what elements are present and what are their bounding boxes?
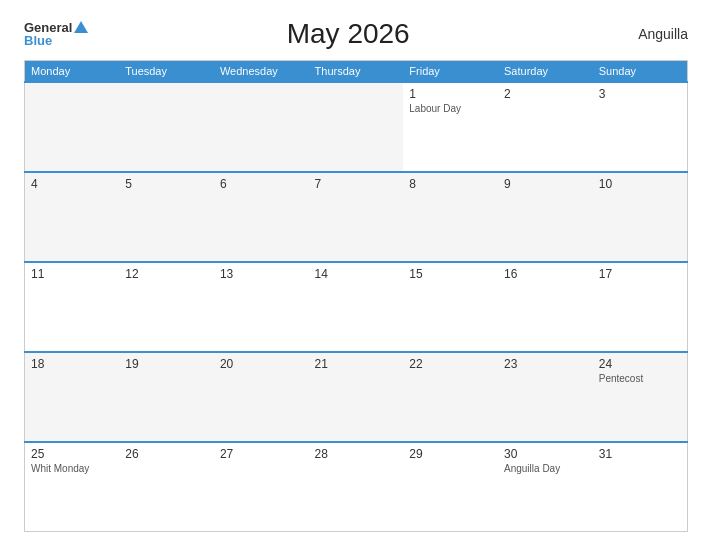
calendar-cell: 3 xyxy=(593,82,688,172)
day-number: 18 xyxy=(31,357,113,371)
day-number: 16 xyxy=(504,267,587,281)
calendar-cell: 18 xyxy=(25,352,120,442)
week-row-3: 11121314151617 xyxy=(25,262,688,352)
day-number: 4 xyxy=(31,177,113,191)
day-event-label: Labour Day xyxy=(409,103,492,114)
calendar-cell: 8 xyxy=(403,172,498,262)
day-number: 6 xyxy=(220,177,303,191)
calendar-cell: 15 xyxy=(403,262,498,352)
calendar-table: MondayTuesdayWednesdayThursdayFridaySatu… xyxy=(24,60,688,532)
calendar-cell: 4 xyxy=(25,172,120,262)
calendar-cell: 14 xyxy=(309,262,404,352)
day-header-tuesday: Tuesday xyxy=(119,61,214,83)
calendar-cell: 7 xyxy=(309,172,404,262)
logo: General Blue xyxy=(24,21,88,47)
calendar-cell: 30Anguilla Day xyxy=(498,442,593,532)
calendar-cell: 6 xyxy=(214,172,309,262)
day-number: 21 xyxy=(315,357,398,371)
day-header-friday: Friday xyxy=(403,61,498,83)
calendar-cell: 17 xyxy=(593,262,688,352)
day-header-monday: Monday xyxy=(25,61,120,83)
calendar-cell xyxy=(309,82,404,172)
calendar-cell: 2 xyxy=(498,82,593,172)
day-header-thursday: Thursday xyxy=(309,61,404,83)
header: General Blue May 2026 Anguilla xyxy=(24,18,688,50)
logo-blue-text: Blue xyxy=(24,34,52,47)
day-number: 8 xyxy=(409,177,492,191)
calendar-cell xyxy=(119,82,214,172)
day-number: 31 xyxy=(599,447,681,461)
day-number: 17 xyxy=(599,267,681,281)
day-number: 12 xyxy=(125,267,208,281)
day-number: 30 xyxy=(504,447,587,461)
calendar-cell: 12 xyxy=(119,262,214,352)
day-number: 25 xyxy=(31,447,113,461)
day-number: 24 xyxy=(599,357,681,371)
day-number: 9 xyxy=(504,177,587,191)
calendar-cell: 31 xyxy=(593,442,688,532)
calendar-cell: 21 xyxy=(309,352,404,442)
calendar-cell: 1Labour Day xyxy=(403,82,498,172)
calendar-cell: 29 xyxy=(403,442,498,532)
week-row-1: 1Labour Day23 xyxy=(25,82,688,172)
day-number: 3 xyxy=(599,87,681,101)
calendar-cell: 20 xyxy=(214,352,309,442)
day-number: 19 xyxy=(125,357,208,371)
calendar-cell: 27 xyxy=(214,442,309,532)
calendar-cell: 19 xyxy=(119,352,214,442)
day-number: 27 xyxy=(220,447,303,461)
day-number: 20 xyxy=(220,357,303,371)
day-number: 1 xyxy=(409,87,492,101)
day-number: 7 xyxy=(315,177,398,191)
calendar-cell: 24Pentecost xyxy=(593,352,688,442)
day-number: 26 xyxy=(125,447,208,461)
week-row-2: 45678910 xyxy=(25,172,688,262)
day-number: 2 xyxy=(504,87,587,101)
logo-triangle-icon xyxy=(74,21,88,33)
day-number: 29 xyxy=(409,447,492,461)
day-header-wednesday: Wednesday xyxy=(214,61,309,83)
days-header-row: MondayTuesdayWednesdayThursdayFridaySatu… xyxy=(25,61,688,83)
calendar-page: General Blue May 2026 Anguilla MondayTue… xyxy=(0,0,712,550)
day-number: 15 xyxy=(409,267,492,281)
day-number: 5 xyxy=(125,177,208,191)
calendar-cell: 11 xyxy=(25,262,120,352)
day-number: 23 xyxy=(504,357,587,371)
day-number: 13 xyxy=(220,267,303,281)
day-number: 10 xyxy=(599,177,681,191)
day-event-label: Pentecost xyxy=(599,373,681,384)
day-header-sunday: Sunday xyxy=(593,61,688,83)
country-label: Anguilla xyxy=(608,26,688,42)
calendar-cell: 22 xyxy=(403,352,498,442)
calendar-cell xyxy=(214,82,309,172)
calendar-cell: 16 xyxy=(498,262,593,352)
calendar-cell xyxy=(25,82,120,172)
calendar-cell: 28 xyxy=(309,442,404,532)
week-row-5: 25Whit Monday2627282930Anguilla Day31 xyxy=(25,442,688,532)
calendar-cell: 10 xyxy=(593,172,688,262)
calendar-cell: 25Whit Monday xyxy=(25,442,120,532)
calendar-cell: 13 xyxy=(214,262,309,352)
day-number: 22 xyxy=(409,357,492,371)
calendar-cell: 5 xyxy=(119,172,214,262)
day-event-label: Anguilla Day xyxy=(504,463,587,474)
day-number: 28 xyxy=(315,447,398,461)
day-number: 14 xyxy=(315,267,398,281)
calendar-cell: 23 xyxy=(498,352,593,442)
day-number: 11 xyxy=(31,267,113,281)
day-event-label: Whit Monday xyxy=(31,463,113,474)
day-header-saturday: Saturday xyxy=(498,61,593,83)
week-row-4: 18192021222324Pentecost xyxy=(25,352,688,442)
calendar-cell: 9 xyxy=(498,172,593,262)
calendar-cell: 26 xyxy=(119,442,214,532)
calendar-title: May 2026 xyxy=(88,18,608,50)
